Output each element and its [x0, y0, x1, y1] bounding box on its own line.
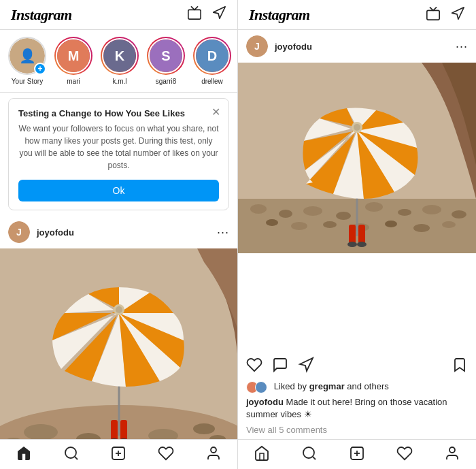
view-comments-button[interactable]: View all 5 comments — [238, 423, 476, 439]
svg-point-32 — [365, 202, 383, 212]
right-panel: Instagram J joyofodu ··· — [238, 0, 476, 469]
liked-user[interactable]: gregmar — [309, 381, 345, 391]
story-label-kml: k.m.l — [112, 78, 126, 85]
left-post-header: J joyofodu ··· — [0, 216, 237, 248]
add-nav-icon[interactable] — [110, 445, 126, 464]
stories-bar: 👤 + Your Story M mari K — [0, 30, 237, 93]
popup-title: Testing a Change to How You See Likes — [18, 108, 219, 118]
add-story-button[interactable]: + — [34, 63, 46, 75]
svg-rect-15 — [120, 420, 127, 439]
right-add-nav-icon[interactable] — [349, 445, 365, 464]
story-label-drellew: drellew — [201, 78, 223, 85]
right-logo: Instagram — [249, 6, 310, 24]
svg-rect-14 — [111, 420, 118, 439]
svg-point-45 — [354, 124, 360, 131]
svg-rect-47 — [358, 225, 365, 244]
svg-point-49 — [357, 242, 367, 247]
svg-marker-50 — [300, 358, 313, 371]
svg-point-31 — [336, 212, 351, 220]
left-header: Instagram — [0, 0, 237, 30]
popup-ok-button[interactable]: Ok — [18, 180, 219, 201]
svg-line-19 — [74, 456, 77, 459]
send-icon[interactable] — [211, 5, 226, 24]
right-post-avatar: J — [246, 35, 268, 57]
svg-point-37 — [291, 222, 307, 230]
story-item-kml[interactable]: K k.m.l — [101, 37, 139, 85]
left-post-username[interactable]: joyofodu — [37, 227, 74, 238]
svg-point-29 — [279, 210, 292, 218]
right-post-more-button[interactable]: ··· — [456, 39, 468, 54]
right-post-image — [238, 63, 476, 351]
story-label-your-story: Your Story — [12, 78, 43, 85]
liked-by-text: Liked by gregmar and others — [274, 381, 389, 391]
left-logo: Instagram — [11, 6, 72, 24]
tv-icon[interactable] — [187, 5, 202, 24]
comment-button[interactable] — [272, 357, 288, 376]
story-label-sgarri8: sgarri8 — [156, 78, 177, 85]
left-bottom-nav — [0, 439, 237, 469]
popup-body: We want your followers to focus on what … — [18, 123, 219, 172]
svg-point-36 — [266, 219, 278, 226]
story-item-your-story[interactable]: 👤 + Your Story — [8, 37, 46, 85]
svg-point-35 — [452, 210, 466, 219]
search-nav-icon[interactable] — [63, 445, 80, 464]
story-item-mari[interactable]: M mari — [54, 37, 92, 85]
popup-close-button[interactable]: ✕ — [211, 106, 220, 118]
caption-username[interactable]: joyofodu — [246, 397, 284, 407]
share-button[interactable] — [298, 357, 314, 376]
svg-line-52 — [313, 456, 316, 459]
svg-rect-46 — [349, 225, 356, 244]
right-post-user: J joyofodu — [246, 35, 312, 57]
post-action-icons-left — [246, 357, 314, 376]
heart-nav-icon[interactable] — [158, 445, 174, 464]
svg-point-28 — [250, 204, 267, 214]
right-post-username[interactable]: joyofodu — [275, 42, 312, 52]
svg-point-40 — [385, 221, 397, 227]
right-header-icons — [426, 6, 465, 24]
right-send-icon[interactable] — [450, 6, 465, 24]
svg-marker-25 — [452, 7, 464, 18]
left-panel: Instagram 👤 + — [0, 0, 238, 469]
left-header-icons — [187, 5, 226, 24]
left-post-image — [0, 248, 237, 439]
right-heart-nav-icon[interactable] — [396, 445, 413, 464]
right-post-actions — [238, 351, 476, 381]
svg-point-42 — [442, 221, 456, 228]
right-tv-icon[interactable] — [426, 6, 441, 24]
right-post-header: J joyofodu ··· — [238, 30, 476, 63]
svg-rect-0 — [188, 10, 201, 19]
svg-point-7 — [193, 423, 215, 434]
story-label-mari: mari — [67, 78, 80, 85]
svg-point-23 — [211, 447, 216, 453]
svg-point-38 — [323, 221, 337, 228]
svg-point-30 — [303, 206, 322, 216]
right-bottom-nav — [238, 439, 476, 469]
svg-point-51 — [303, 447, 314, 458]
right-profile-nav-icon[interactable] — [444, 445, 460, 464]
left-post-more-button[interactable]: ··· — [217, 225, 229, 240]
svg-point-34 — [422, 205, 441, 214]
svg-rect-24 — [427, 10, 439, 20]
post-liked-by: Liked by gregmar and others — [238, 381, 476, 396]
right-search-nav-icon[interactable] — [301, 445, 318, 464]
story-item-drellew[interactable]: D drellew — [193, 37, 231, 85]
svg-point-56 — [449, 447, 455, 453]
notification-popup: ✕ Testing a Change to How You See Likes … — [8, 98, 229, 210]
svg-point-12 — [116, 306, 122, 313]
story-item-sgarri8[interactable]: S sgarri8 — [147, 37, 185, 85]
left-post-user: J joyofodu — [8, 221, 74, 243]
right-header: Instagram — [238, 0, 476, 30]
svg-point-18 — [65, 447, 76, 458]
svg-point-33 — [398, 209, 411, 216]
liked-avatars — [246, 381, 267, 393]
profile-nav-icon[interactable] — [205, 445, 222, 464]
like-button[interactable] — [246, 357, 262, 376]
left-post-avatar: J — [8, 221, 30, 243]
svg-point-48 — [347, 242, 357, 247]
right-home-nav-icon[interactable] — [254, 445, 270, 464]
home-nav-icon[interactable] — [16, 445, 32, 464]
bookmark-button[interactable] — [452, 357, 468, 376]
svg-point-41 — [413, 224, 430, 232]
post-caption: joyofodu Made it out here! Bring on thos… — [238, 396, 476, 423]
svg-marker-1 — [214, 7, 225, 18]
